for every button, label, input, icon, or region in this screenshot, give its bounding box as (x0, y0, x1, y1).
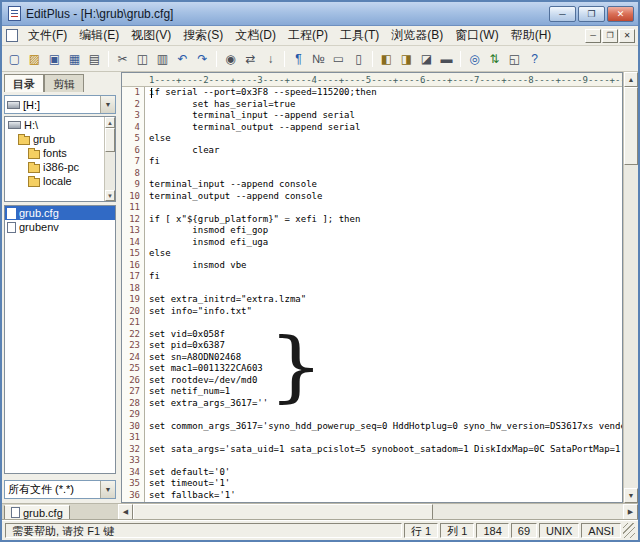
tree-item-h-drive[interactable]: H:\ (5, 118, 104, 132)
tree-scroll-up-icon[interactable]: ▲ (105, 117, 115, 128)
code-area[interactable]: 1234567891011121314151617181920212223242… (122, 87, 622, 502)
mdi-restore-button[interactable]: ❐ (602, 29, 618, 43)
menu-window[interactable]: 窗口(W) (449, 25, 504, 46)
minimize-button[interactable]: ─ (549, 6, 576, 22)
file-item-grub.cfg[interactable]: grub.cfg (5, 206, 115, 220)
menu-project[interactable]: 工程(P) (282, 25, 334, 46)
code-text[interactable]: if serial --port=0x3F8 --speed=115200;th… (145, 87, 622, 502)
line-number: 9 (122, 179, 140, 191)
help-button[interactable]: ? (525, 49, 544, 68)
find-next-button[interactable]: ↓ (261, 49, 280, 68)
drive-icon (8, 121, 21, 129)
code-line: set rootdev=/dev/md0 (149, 375, 622, 387)
tree-scroll-thumb[interactable] (105, 128, 115, 152)
line-number: 20 (122, 306, 140, 318)
vertical-scrollbar[interactable]: ▲ ▼ (623, 72, 638, 503)
filter-dropdown-arrow-icon[interactable]: ▼ (100, 481, 115, 498)
folder-icon (28, 164, 40, 173)
vertical-scroll-thumb[interactable] (624, 87, 638, 165)
text-caret (151, 88, 152, 98)
find-button[interactable]: ◉ (221, 49, 240, 68)
line-number: 6 (122, 145, 140, 157)
tree-item-locale[interactable]: locale (5, 174, 104, 188)
new-document-button[interactable]: ▢ (5, 49, 24, 68)
word-wrap-button[interactable]: ¶ (289, 49, 308, 68)
resize-grip[interactable] (623, 523, 635, 538)
tab-cliptext[interactable]: 剪辑 (44, 74, 84, 92)
line-number: 32 (122, 444, 140, 456)
copy-button[interactable]: ◫ (133, 49, 152, 68)
tree-scrollbar[interactable]: ▲ ▼ (104, 117, 115, 201)
column-marker-button[interactable]: ▯ (349, 49, 368, 68)
document-system-menu-icon[interactable] (6, 29, 18, 42)
paste-button[interactable]: ▥ (153, 49, 172, 68)
code-line: set info="info.txt" (149, 306, 622, 318)
app-icon[interactable] (8, 6, 21, 21)
redo-button[interactable]: ↷ (193, 49, 212, 68)
scroll-down-icon[interactable]: ▼ (624, 488, 638, 503)
cliptext-window-button[interactable]: ◨ (397, 49, 416, 68)
mdi-close-button[interactable]: ✕ (619, 29, 635, 43)
menu-bar: 文件(F)编辑(E)视图(V)搜索(S)文档(D)工程(P)工具(T)浏览器(B… (2, 26, 638, 46)
horizontal-scrollbar[interactable]: ◀ ▶ (118, 504, 638, 520)
drive-selector[interactable]: [H:] ▼ (4, 95, 116, 114)
line-number: 15 (122, 248, 140, 260)
mdi-minimize-button[interactable]: ─ (585, 29, 601, 43)
file-item-grubenv[interactable]: grubenv (5, 220, 115, 234)
menu-document[interactable]: 文档(D) (229, 25, 282, 46)
code-line: clear (149, 145, 622, 157)
menu-tools[interactable]: 工具(T) (334, 25, 385, 46)
menu-items: 文件(F)编辑(E)视图(V)搜索(S)文档(D)工程(P)工具(T)浏览器(B… (22, 25, 585, 46)
tab-directory[interactable]: 目录 (4, 74, 44, 92)
window-title: EditPlus - [H:\grub\grub.cfg] (26, 7, 544, 21)
code-line: else (149, 248, 622, 260)
code-line: insmod efi_gop (149, 225, 622, 237)
tree-item-grub[interactable]: grub (5, 132, 104, 146)
browser-view-button[interactable]: ◎ (465, 49, 484, 68)
save-file-button[interactable]: ▣ (45, 49, 64, 68)
code-line: fi (149, 156, 622, 168)
tree-scroll-down-icon[interactable]: ▼ (105, 190, 115, 201)
directory-window-button[interactable]: ◧ (377, 49, 396, 68)
show-ruler-button[interactable]: ▭ (329, 49, 348, 68)
drive-dropdown-arrow-icon[interactable]: ▼ (100, 96, 115, 113)
tree-item-fonts[interactable]: fonts (5, 146, 104, 160)
menu-edit[interactable]: 编辑(E) (73, 25, 125, 46)
status-encoding: ANSI (581, 523, 621, 538)
horizontal-scroll-thumb[interactable] (133, 504, 433, 520)
code-line: set default='0' (149, 467, 622, 479)
menu-file[interactable]: 文件(F) (22, 25, 73, 46)
close-button[interactable]: ✕ (607, 6, 634, 22)
code-line: terminal_input --append console (149, 179, 622, 191)
line-numbers-button[interactable]: № (309, 49, 328, 68)
file-filter-selector[interactable]: 所有文件 (*.*) ▼ (4, 480, 116, 499)
code-line (149, 432, 622, 444)
open-file-button[interactable]: ▨ (25, 49, 44, 68)
folder-icon (28, 178, 40, 187)
print-button[interactable]: ▤ (85, 49, 104, 68)
menu-help[interactable]: 帮助(H) (505, 25, 558, 46)
menu-view[interactable]: 视图(V) (125, 25, 177, 46)
title-bar[interactable]: EditPlus - [H:\grub\grub.cfg] ─ ❐ ✕ (2, 2, 638, 26)
cut-button[interactable]: ✂ (113, 49, 132, 68)
menu-browser[interactable]: 浏览器(B) (385, 25, 449, 46)
line-number: 30 (122, 421, 140, 433)
sync-scroll-button[interactable]: ⇅ (485, 49, 504, 68)
scroll-up-icon[interactable]: ▲ (624, 72, 638, 87)
fullscreen-button[interactable]: ◱ (505, 49, 524, 68)
output-window-button[interactable]: ◪ (417, 49, 436, 68)
code-line: set mac1=0011322CA603 (149, 363, 622, 375)
document-tab-grub-cfg[interactable]: grub.cfg (4, 505, 70, 520)
undo-button[interactable]: ↶ (173, 49, 192, 68)
code-line: set netif_num=1 (149, 386, 622, 398)
scroll-left-icon[interactable]: ◀ (118, 504, 133, 520)
save-all-button[interactable]: ▦ (65, 49, 84, 68)
tree-item-i386-pc[interactable]: i386-pc (5, 160, 104, 174)
menu-search[interactable]: 搜索(S) (177, 25, 229, 46)
line-number: 22 (122, 329, 140, 341)
document-tabs-button[interactable]: ▬ (437, 49, 456, 68)
replace-button[interactable]: ⇄ (241, 49, 260, 68)
line-number: 23 (122, 340, 140, 352)
scroll-right-icon[interactable]: ▶ (623, 504, 638, 520)
maximize-button[interactable]: ❐ (578, 6, 605, 22)
